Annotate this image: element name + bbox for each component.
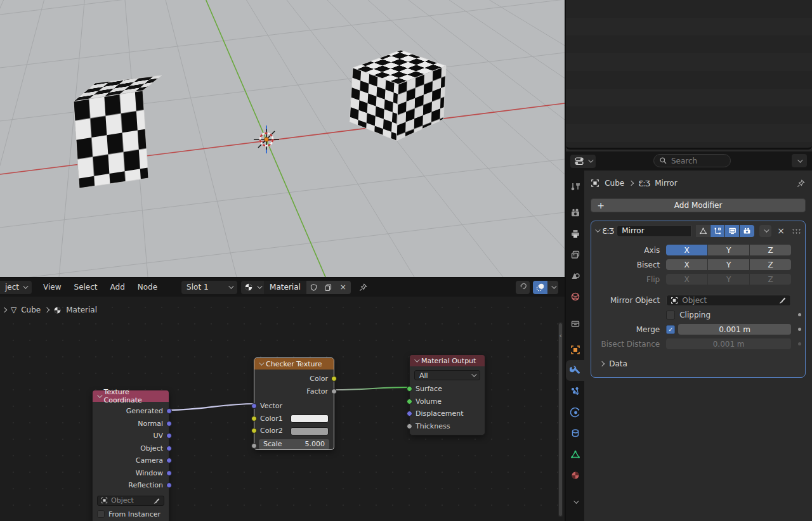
tab-overflow-chevron[interactable] [566, 491, 584, 512]
input-socket-displacement[interactable] [407, 411, 412, 416]
3d-viewport[interactable] [0, 0, 565, 277]
output-socket-object[interactable] [166, 446, 172, 451]
delete-modifier-button[interactable]: × [777, 226, 785, 236]
tab-world[interactable] [566, 286, 584, 307]
flip-x-button[interactable]: X [666, 274, 707, 285]
tab-view-layer[interactable] [566, 244, 584, 265]
output-socket-camera[interactable] [166, 458, 172, 463]
axis-z-button[interactable]: Z [750, 245, 791, 255]
node-checker-texture[interactable]: Checker Texture Color Factor Vector Colo… [254, 357, 334, 450]
merge-checkbox[interactable]: ✓ [666, 325, 675, 334]
search-input[interactable] [671, 157, 722, 165]
input-socket-thickness[interactable] [407, 423, 412, 429]
tab-output[interactable] [566, 223, 584, 244]
node-header[interactable]: Material Output [410, 355, 485, 366]
snap-toggle-button[interactable] [516, 281, 530, 294]
input-socket-scale[interactable] [251, 443, 257, 449]
output-target-dropdown[interactable]: All [414, 370, 480, 380]
overlays-dropdown[interactable] [547, 281, 558, 294]
output-socket-reflection[interactable] [166, 482, 172, 488]
menu-add[interactable]: Add [104, 283, 131, 292]
texcoord-object-field[interactable]: Object [97, 496, 164, 506]
flip-z-button[interactable]: Z [750, 274, 791, 285]
add-modifier-button[interactable]: + Add Modifier [591, 198, 806, 212]
animate-dot[interactable] [798, 313, 801, 316]
node-material-output[interactable]: Material Output All Surface Volume Displ… [409, 354, 485, 435]
material-slot-dropdown[interactable]: Slot 1 [181, 281, 237, 294]
eyedropper-icon[interactable] [778, 296, 787, 304]
tab-scene[interactable] [566, 265, 584, 286]
pin-button[interactable] [358, 283, 368, 292]
scale-field[interactable]: Scale 5.000 [259, 439, 329, 449]
tab-collection[interactable] [566, 312, 584, 333]
clipping-checkbox[interactable] [666, 311, 675, 319]
mirror-object-field[interactable]: Object [666, 295, 791, 306]
output-socket-normal[interactable] [166, 421, 172, 427]
bisect-distance-field[interactable]: 0.001 m [666, 338, 791, 349]
tab-object[interactable] [566, 339, 584, 360]
cube-original[interactable] [350, 50, 446, 141]
toggle-on-cage[interactable] [696, 225, 710, 237]
collapse-icon[interactable] [414, 357, 419, 362]
link-generated-vector[interactable] [169, 404, 255, 410]
axis-x-button[interactable]: X [666, 245, 707, 255]
new-material-copy-button[interactable] [321, 283, 336, 292]
tab-data[interactable] [566, 444, 584, 465]
expand-icon[interactable] [595, 227, 600, 232]
toggle-realtime-display[interactable] [725, 225, 740, 237]
toggle-render[interactable] [740, 225, 754, 237]
data-subpanel-toggle[interactable]: Data [600, 359, 805, 368]
tab-render[interactable] [566, 202, 584, 223]
node-header[interactable]: Texture Coordinate [93, 390, 169, 402]
cube-mirrored[interactable] [74, 75, 162, 188]
overlays-toggle-button[interactable] [533, 281, 547, 294]
output-socket-color[interactable] [331, 376, 337, 382]
tab-modifiers[interactable] [566, 360, 584, 381]
tab-material[interactable] [566, 465, 584, 486]
output-socket-window[interactable] [166, 470, 172, 476]
properties-search[interactable] [653, 154, 731, 167]
tab-constraints[interactable] [566, 423, 584, 444]
shading-type-dropdown[interactable]: ject [0, 281, 32, 294]
output-socket-factor[interactable] [331, 389, 337, 394]
pin-icon[interactable] [796, 179, 806, 188]
breadcrumb-object[interactable]: Cube [605, 179, 624, 188]
input-socket-color1[interactable] [251, 416, 257, 421]
color2-swatch[interactable] [291, 427, 329, 435]
merge-threshold-field[interactable]: 0.001 m [678, 324, 791, 335]
input-socket-color2[interactable] [251, 428, 257, 434]
drag-handle[interactable] [792, 228, 801, 234]
unlink-material-button[interactable]: × [336, 283, 351, 292]
eyedropper-icon[interactable] [153, 497, 160, 505]
tab-particles[interactable] [566, 381, 584, 402]
modifier-name-field[interactable]: Mirror [617, 225, 691, 237]
animate-dot[interactable] [798, 342, 801, 345]
flip-y-button[interactable]: Y [708, 274, 749, 285]
collapse-icon[interactable] [97, 392, 102, 397]
modifier-extras-dropdown[interactable] [759, 225, 771, 237]
node-header[interactable]: Checker Texture [254, 358, 334, 370]
collapse-icon[interactable] [259, 360, 264, 365]
node-texture-coordinate[interactable]: Texture Coordinate Generated Normal UV O… [92, 390, 169, 521]
node-editor-scrollbar[interactable] [558, 322, 563, 517]
color1-swatch[interactable] [291, 415, 329, 423]
breadcrumb-modifier[interactable]: Mirror [655, 179, 677, 188]
input-socket-vector[interactable] [251, 403, 257, 409]
bisect-x-button[interactable]: X [666, 259, 707, 270]
output-socket-uv[interactable] [166, 433, 172, 439]
menu-select[interactable]: Select [68, 283, 104, 292]
browse-material-button[interactable] [241, 281, 264, 294]
tab-physics[interactable] [566, 402, 584, 423]
material-name-field[interactable]: Material [264, 281, 306, 294]
editor-type-dropdown[interactable] [570, 155, 596, 168]
tab-tool[interactable] [566, 176, 584, 196]
node-canvas[interactable]: ▽ Cube Material Texture Coo [0, 297, 565, 521]
outliner-region[interactable] [566, 0, 812, 150]
toggle-edit-mode[interactable] [710, 225, 725, 237]
input-socket-volume[interactable] [407, 399, 412, 404]
axis-y-button[interactable]: Y [708, 245, 749, 255]
properties-options-dropdown[interactable] [792, 154, 807, 167]
link-factor-surface[interactable] [334, 387, 410, 390]
fake-user-shield-button[interactable] [306, 283, 321, 292]
sidebar-collapse-arrow[interactable]: ‹ [560, 331, 562, 340]
